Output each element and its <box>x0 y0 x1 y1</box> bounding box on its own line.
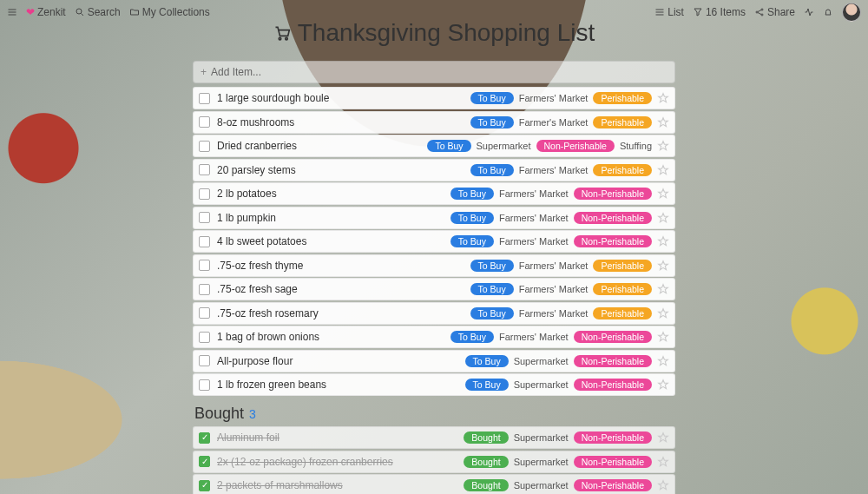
checkbox[interactable] <box>199 379 210 391</box>
list-item[interactable]: 1 bag of brown onionsTo BuyFarmers' Mark… <box>193 326 675 348</box>
tobuy-pill: To Buy <box>470 260 514 272</box>
source-label: Farmers' Market <box>519 260 589 271</box>
list-item[interactable]: .75-oz fresh rosemaryTo BuyFarmers' Mark… <box>193 302 675 325</box>
menu-icon <box>7 7 17 17</box>
checkbox[interactable]: ✓ <box>199 456 210 467</box>
item-name: 1 lb frozen green beans <box>217 379 465 391</box>
checkbox[interactable] <box>199 236 210 247</box>
search-icon <box>75 7 85 17</box>
checkbox[interactable] <box>199 188 210 200</box>
item-tags: To BuyFarmers' MarketPerishable <box>470 307 652 319</box>
list-item[interactable]: ✓2 packets of marshmallowsBoughtSupermar… <box>193 474 675 494</box>
checkbox[interactable] <box>199 93 210 104</box>
search-button[interactable]: Search <box>75 6 121 18</box>
notifications-button[interactable] <box>823 7 833 17</box>
share-button[interactable]: Share <box>754 6 795 18</box>
tobuy-pill: To Buy <box>470 116 514 128</box>
checkbox[interactable] <box>199 355 210 366</box>
star-icon[interactable] <box>657 92 669 104</box>
item-tags: To BuyFarmers' MarketNon-Perishable <box>450 235 652 247</box>
perishable-pill: Perishable <box>593 116 652 128</box>
star-icon[interactable] <box>657 307 669 319</box>
perishable-pill: Perishable <box>593 260 652 272</box>
item-name: .75-oz fresh sage <box>217 283 470 295</box>
item-name: 8-oz mushrooms <box>217 116 470 128</box>
checkbox[interactable]: ✓ <box>199 432 210 444</box>
list-item[interactable]: 8-oz mushroomsTo BuyFarmer's MarketPeris… <box>193 111 675 134</box>
tobuy-pill: To Buy <box>470 283 514 295</box>
item-tags: To BuyFarmers' MarketNon-Perishable <box>450 188 652 200</box>
collections-label: My Collections <box>142 6 210 18</box>
star-icon[interactable] <box>657 331 669 343</box>
item-tags: BoughtSupermarketNon-Perishable <box>464 479 652 491</box>
collections-link[interactable]: My Collections <box>129 6 210 18</box>
list-item[interactable]: .75-oz fresh thymeTo BuyFarmers' MarketP… <box>193 254 675 277</box>
tobuy-pill: To Buy <box>450 331 494 343</box>
source-label: Supermarket <box>514 457 569 467</box>
nonperishable-pill: Non-Perishable <box>574 479 652 491</box>
avatar[interactable] <box>842 3 861 22</box>
star-icon[interactable] <box>657 140 669 152</box>
tobuy-pill: To Buy <box>450 188 494 200</box>
star-icon[interactable] <box>657 235 669 247</box>
checkbox[interactable] <box>199 212 210 223</box>
star-icon[interactable] <box>657 479 669 491</box>
checkbox[interactable] <box>199 260 210 271</box>
source-label: Supermarket <box>514 432 569 443</box>
source-label: Farmers' Market <box>499 236 569 247</box>
item-tags: To BuyFarmers' MarketPerishable <box>470 260 652 272</box>
star-icon[interactable] <box>657 260 669 272</box>
nonperishable-pill: Non-Perishable <box>574 379 652 391</box>
menu-button[interactable] <box>7 7 17 17</box>
view-selector[interactable]: List <box>654 6 684 18</box>
checkbox[interactable] <box>199 307 210 319</box>
tobuy-pill: To Buy <box>450 212 494 224</box>
checkbox[interactable] <box>199 141 210 152</box>
brand-label: Zenkit <box>37 6 66 18</box>
list-item[interactable]: ✓2x (12-oz package) frozen cranberriesBo… <box>193 451 675 473</box>
star-icon[interactable] <box>657 431 669 444</box>
source-label: Supermarket <box>514 356 569 366</box>
checkbox[interactable] <box>199 164 210 175</box>
star-icon[interactable] <box>657 188 669 200</box>
checkbox[interactable] <box>199 332 210 343</box>
list-item[interactable]: Dried cranberriesTo BuySupermarketNon-Pe… <box>193 135 675 157</box>
star-icon[interactable] <box>657 456 669 468</box>
star-icon[interactable] <box>657 116 669 128</box>
list-item[interactable]: .75-oz fresh sageTo BuyFarmers' MarketPe… <box>193 278 675 300</box>
list-item[interactable]: 20 parsley stemsTo BuyFarmers' MarketPer… <box>193 159 675 181</box>
source-label: Farmer's Market <box>519 117 589 128</box>
list-item[interactable]: All-purpose flourTo BuySupermarketNon-Pe… <box>193 350 675 372</box>
item-tags: To BuyFarmers' MarketPerishable <box>470 164 652 176</box>
checkbox[interactable] <box>199 116 210 128</box>
star-icon[interactable] <box>657 164 669 176</box>
list-item[interactable]: 4 lb sweet potatoesTo BuyFarmers' Market… <box>193 230 675 253</box>
item-name: All-purpose flour <box>217 355 465 367</box>
checkbox[interactable]: ✓ <box>199 480 210 491</box>
tobuy-pill: To Buy <box>470 164 514 176</box>
nonperishable-pill: Non-Perishable <box>574 188 652 200</box>
folder-icon <box>129 7 140 17</box>
heart-icon: ❤ <box>26 6 35 18</box>
item-name: 1 large sourdough boule <box>217 92 470 104</box>
star-icon[interactable] <box>657 379 669 391</box>
star-icon[interactable] <box>657 212 669 224</box>
bought-pill: Bought <box>464 431 508 444</box>
activity-button[interactable] <box>804 7 814 17</box>
list-item[interactable]: 1 large sourdough bouleTo BuyFarmers' Ma… <box>193 87 675 109</box>
star-icon[interactable] <box>657 283 669 295</box>
add-item-input[interactable]: + Add Item... <box>193 61 675 83</box>
extra-label: Stuffing <box>620 141 652 151</box>
list-item[interactable]: 1 lb pumpkinTo BuyFarmers' MarketNon-Per… <box>193 207 675 229</box>
item-name: 1 bag of brown onions <box>217 331 450 343</box>
brand-link[interactable]: ❤ Zenkit <box>26 6 66 18</box>
list-item[interactable]: 2 lb potatoesTo BuyFarmers' MarketNon-Pe… <box>193 182 675 205</box>
activity-icon <box>804 7 814 17</box>
star-icon[interactable] <box>657 355 669 367</box>
list-item[interactable]: 1 lb frozen green beansTo BuySupermarket… <box>193 373 675 396</box>
filter-button[interactable]: 16 Items <box>693 6 746 18</box>
checkbox[interactable] <box>199 284 210 295</box>
tobuy-pill: To Buy <box>470 307 514 319</box>
list-item[interactable]: ✓Aluminum foilBoughtSupermarketNon-Peris… <box>193 426 675 449</box>
item-name: Dried cranberries <box>217 140 427 152</box>
